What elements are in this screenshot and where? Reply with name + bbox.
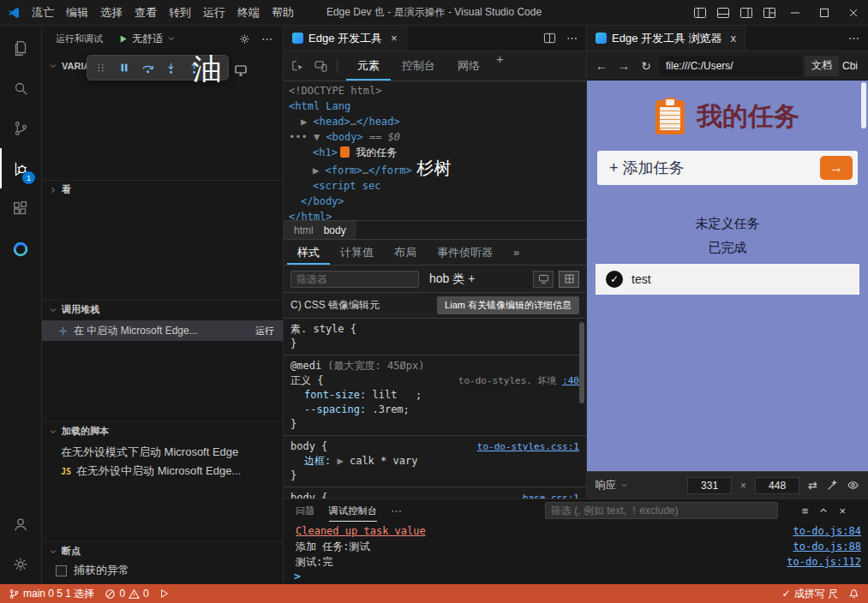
rotate-icon[interactable]: ⇄ — [808, 479, 817, 492]
close-button[interactable] — [839, 0, 868, 25]
panel-more-icon[interactable]: ⋯ — [391, 504, 402, 517]
search-icon[interactable] — [0, 68, 41, 108]
styles-tab-0[interactable]: 样式 — [287, 240, 330, 265]
preview-scrollbar[interactable] — [861, 82, 866, 128]
styles-tab-3[interactable]: 事件侦听器 — [427, 240, 503, 265]
address-bar[interactable]: file:///C:/Users/ — [659, 56, 801, 76]
caught-exceptions-row[interactable]: 捕获的异常 — [56, 562, 129, 579]
tab-edge-devtools[interactable]: Edge 开发工具 × — [284, 26, 407, 51]
tab-debug-console[interactable]: 调试控制台 — [329, 499, 378, 522]
console-source-link[interactable]: to-do.js:84 — [793, 523, 861, 539]
debug-gear-icon[interactable] — [238, 33, 251, 45]
tab-close-icon[interactable]: x — [731, 32, 737, 45]
mirror-info-button[interactable]: Liam 有关镜像编辑的详细信息 — [437, 296, 579, 314]
console-prompt[interactable]: > — [284, 570, 868, 584]
branch-status[interactable]: main 0 5 1 选择 — [9, 587, 94, 601]
section-watch[interactable]: 看 — [42, 180, 283, 199]
tab-elements[interactable]: 元素 — [346, 51, 391, 81]
sidebar-more-icon[interactable]: ⋯ — [261, 33, 272, 45]
tab-problems[interactable]: 问题 — [296, 499, 315, 522]
menu-item-0[interactable]: 流亡 — [26, 5, 60, 21]
edge-devtools-icon[interactable] — [0, 229, 41, 269]
menu-item-3[interactable]: 查看 — [129, 5, 163, 21]
step-into-icon[interactable] — [160, 57, 181, 78]
editor-more-icon[interactable]: ⋯ — [566, 32, 578, 45]
maximize-button[interactable] — [810, 0, 839, 25]
toggle-sidebar-icon[interactable] — [688, 0, 711, 25]
reload-icon[interactable]: ↻ — [637, 59, 655, 73]
tab-edge-browser[interactable]: Edge 开发工具 浏览器 x — [587, 26, 745, 51]
styles-tab-4[interactable]: » — [503, 240, 530, 265]
eye-icon[interactable] — [847, 479, 859, 492]
settings-gear-icon[interactable] — [0, 544, 41, 584]
console-source-link[interactable]: to-do.js:112 — [787, 554, 861, 570]
tree-line[interactable]: ••• ▼ <body> == $0 — [284, 129, 586, 145]
add-task-row[interactable]: + 添加任务 → — [597, 151, 858, 185]
menu-item-4[interactable]: 转到 — [163, 5, 197, 21]
split-editor-icon[interactable] — [543, 32, 556, 45]
menu-item-1[interactable]: 编辑 — [60, 5, 94, 21]
console-source-link[interactable]: to-do.js:88 — [793, 539, 861, 554]
tree-line[interactable]: <!DOCTYPE html> — [284, 83, 586, 99]
width-input[interactable]: 331 — [687, 477, 732, 494]
responsive-mode-dropdown[interactable]: 响应 — [596, 478, 628, 493]
stylesheet-link[interactable]: to-do-styles.css:1 — [477, 439, 579, 454]
todo-item[interactable]: ✓ test — [596, 264, 859, 295]
css-rule-media[interactable]: @medi (最大宽度: 45Øpx) 正义 {to-do-styles. 坏境… — [284, 355, 586, 436]
console-filter-input[interactable] — [545, 502, 778, 519]
run-action-button[interactable]: 运行 — [255, 325, 274, 337]
breadcrumb-body[interactable]: body — [324, 224, 346, 236]
expand-value-icon[interactable]: ▶ — [337, 454, 343, 469]
close-panel-icon[interactable]: × — [839, 504, 846, 517]
step-over-icon[interactable] — [137, 57, 158, 78]
menu-item-5[interactable]: 运行 — [197, 5, 231, 21]
extensions-icon[interactable] — [0, 188, 41, 229]
customize-layout-icon[interactable] — [757, 0, 781, 25]
inspect-element-icon[interactable] — [290, 59, 305, 74]
tree-line[interactable]: </html> — [284, 209, 586, 220]
output-actions-icon[interactable]: ≡ — [802, 504, 809, 517]
more-tabs-icon[interactable]: + — [491, 51, 509, 81]
tab-close-icon[interactable]: × — [391, 32, 398, 45]
wand-icon[interactable] — [826, 480, 838, 492]
device-emulation-icon[interactable] — [314, 59, 328, 74]
tab-network[interactable]: 网络 — [446, 51, 491, 81]
loaded-script-item[interactable]: 在无外设模式下启动 Microsoft Edge — [61, 444, 278, 461]
tree-line[interactable]: ▶ <form>…</form> 杉树 — [284, 160, 586, 178]
explorer-icon[interactable] — [0, 27, 41, 68]
doc-button[interactable]: 文档 — [805, 56, 839, 76]
forward-icon[interactable]: → — [614, 59, 633, 73]
styles-tab-1[interactable]: 计算值 — [330, 240, 384, 265]
run-and-debug-icon[interactable]: 1 — [0, 148, 41, 188]
menu-item-2[interactable]: 选择 — [94, 5, 129, 21]
screen-monitor-icon[interactable] — [230, 60, 251, 81]
hov-cls-toggles[interactable]: hob 类 + — [429, 272, 475, 287]
computed-layers-icon[interactable] — [533, 271, 554, 288]
loaded-script-item[interactable]: JS 在无外设中启动 Microsoft Edge... — [61, 463, 278, 480]
completed-label[interactable]: 已完成 — [587, 240, 868, 256]
css-rule[interactable]: body {base.css:1 — [284, 487, 586, 499]
breadcrumb-html[interactable]: html — [294, 224, 314, 236]
preview-more-icon[interactable]: ⋯ — [848, 32, 859, 45]
section-breakpoints[interactable]: 断点 — [42, 541, 283, 560]
add-task-label[interactable]: + 添加任务 — [609, 158, 685, 178]
check-circle-icon[interactable]: ✓ — [606, 271, 623, 288]
pause-icon[interactable] — [114, 57, 135, 78]
spell-check-status[interactable]: ✓ 成拼写 尺 — [782, 587, 838, 601]
toolbar-grip-icon[interactable] — [91, 57, 111, 78]
notifications-bell-icon[interactable] — [848, 588, 859, 600]
problems-status[interactable]: 0 0 — [105, 588, 148, 600]
tab-console[interactable]: 控制台 — [391, 51, 446, 81]
section-loaded-scripts[interactable]: 加载的脚本 — [42, 421, 283, 440]
stylesheet-link[interactable]: :40 — [562, 375, 579, 386]
toggle-secondary-sidebar-icon[interactable] — [734, 0, 757, 25]
debug-config-dropdown[interactable]: 无舒适 — [118, 32, 176, 46]
debug-status-icon[interactable] — [159, 588, 170, 599]
section-call-stack[interactable]: 调用堆栈 — [42, 300, 283, 319]
css-rule[interactable]: 素. style { } — [284, 319, 586, 355]
source-control-icon[interactable] — [0, 108, 41, 148]
account-icon[interactable] — [0, 504, 41, 544]
toggle-panel-icon[interactable] — [711, 0, 734, 25]
maximize-panel-icon[interactable] — [818, 505, 829, 516]
menu-item-7[interactable]: 帮助 — [266, 5, 300, 21]
